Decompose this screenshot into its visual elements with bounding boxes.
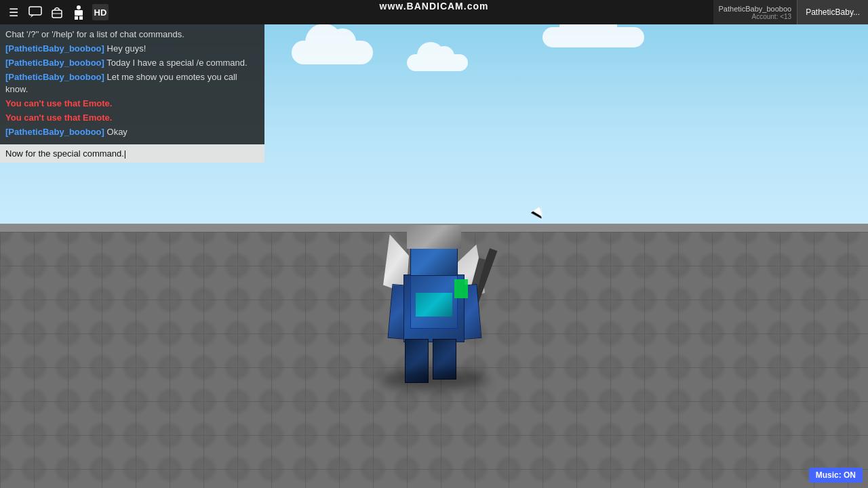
cloud-1 <box>292 41 373 64</box>
svg-rect-6 <box>75 16 78 20</box>
top-bar: ☰ HD www.BAN <box>0 0 868 24</box>
chat-panel: Chat '/?'' or '/help' for a list of chat… <box>0 24 264 163</box>
character-icon[interactable] <box>71 4 87 20</box>
chat-messages: Chat '/?'' or '/help' for a list of chat… <box>0 24 264 144</box>
hamburger-menu-icon[interactable]: ☰ <box>5 4 22 20</box>
chat-message-2: [PatheticBaby_booboo] Today I have a spe… <box>5 57 259 70</box>
chat-icon[interactable] <box>27 4 43 20</box>
top-bar-icons: ☰ HD <box>0 4 108 20</box>
cloud-2 <box>407 54 468 71</box>
bandicam-watermark: www.BANDICAM.com <box>380 0 489 12</box>
cloud-3 <box>542 27 644 47</box>
char-green-accent <box>454 279 468 298</box>
player-avatar-button[interactable]: PatheticBaby... <box>797 0 868 24</box>
chat-error-1: You can't use that Emote. <box>5 98 259 110</box>
chat-message-1: [PatheticBaby_booboo] Hey guys! <box>5 43 259 56</box>
char-teal-accent <box>416 293 452 317</box>
svg-rect-0 <box>29 7 41 15</box>
svg-rect-7 <box>79 16 83 20</box>
char-helmet <box>407 225 461 249</box>
top-bar-right: PatheticBaby_booboo Account: <13 Patheti… <box>713 0 868 24</box>
svg-rect-5 <box>75 10 83 16</box>
svg-point-4 <box>77 5 81 9</box>
chat-input[interactable] <box>0 144 264 163</box>
music-badge: Music: ON <box>809 468 863 483</box>
player-info: PatheticBaby_booboo Account: <13 <box>713 0 797 24</box>
player-character <box>376 227 492 383</box>
chat-message-6: [PatheticBaby_booboo] Okay <box>5 126 259 139</box>
character-shadow <box>380 369 488 390</box>
backpack-icon[interactable] <box>49 4 65 20</box>
player-name: PatheticBaby_booboo <box>719 5 792 13</box>
chat-error-2: You can't use that Emote. <box>5 112 259 125</box>
chat-system-message: Chat '/?'' or '/help' for a list of chat… <box>5 28 259 41</box>
account-label: Account: <13 <box>719 13 792 20</box>
chat-message-3: [PatheticBaby_booboo] Let me show you em… <box>5 71 259 97</box>
hd-badge: HD <box>92 4 108 20</box>
